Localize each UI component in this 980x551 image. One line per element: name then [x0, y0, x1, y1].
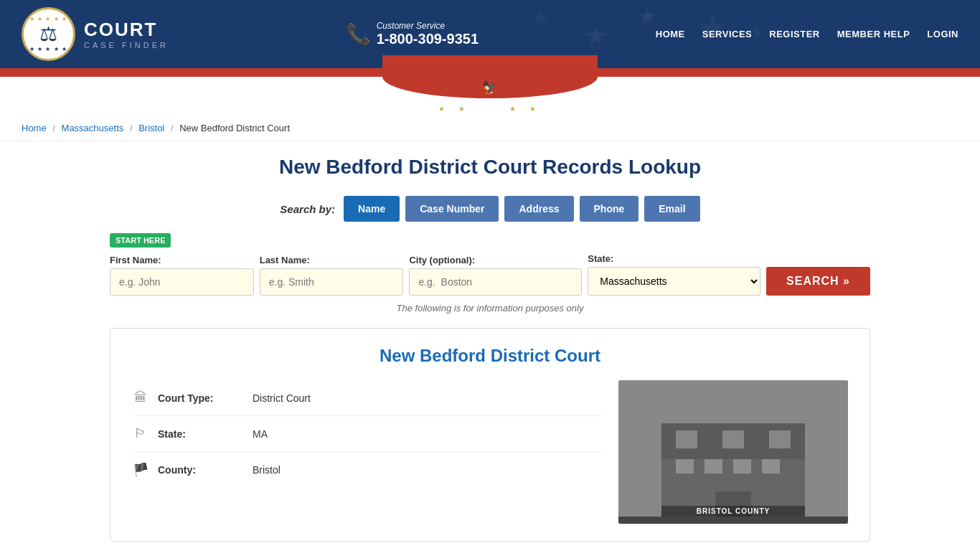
- tab-address[interactable]: Address: [504, 196, 573, 222]
- nav-register[interactable]: REGISTER: [769, 29, 819, 39]
- last-name-field: Last Name:: [260, 255, 404, 296]
- logo-text: COURT CASE FINDER: [84, 19, 169, 50]
- court-image-placeholder: BRISTOL COUNTY: [618, 380, 848, 524]
- court-card: New Bedford District Court 🏛 Court Type:…: [110, 328, 870, 542]
- city-input[interactable]: [409, 268, 582, 296]
- city-field: City (optional):: [409, 255, 582, 296]
- nav-login[interactable]: LOGIN: [927, 29, 958, 39]
- svg-rect-9: [762, 459, 780, 474]
- breadcrumb-sep-3: /: [171, 123, 174, 133]
- search-form: First Name: Last Name: City (optional): …: [110, 253, 870, 296]
- state-field: State: AlabamaAlaskaArizonaArkansas Cali…: [588, 253, 760, 296]
- phone-icon: 📞: [346, 22, 371, 46]
- phone-number: 1-800-309-9351: [377, 31, 479, 47]
- court-details: 🏛 Court Type: District Court 🏳 State: MA…: [132, 380, 848, 524]
- phone-area: 📞 Customer Service 1-800-309-9351: [346, 21, 479, 47]
- start-here-badge: START HERE: [110, 233, 171, 248]
- svg-rect-11: [618, 517, 848, 524]
- svg-rect-6: [676, 459, 694, 474]
- main-content: New Bedford District Court Records Looku…: [95, 141, 885, 551]
- nav-member-help[interactable]: MEMBER HELP: [837, 29, 910, 39]
- state-row: 🏳 State: MA: [132, 416, 604, 452]
- logo-sub-title: CASE FINDER: [84, 41, 169, 50]
- page-title: New Bedford District Court Records Looku…: [110, 156, 870, 179]
- breadcrumb-massachusetts[interactable]: Massachusetts: [62, 123, 124, 133]
- last-name-input[interactable]: [260, 268, 404, 296]
- tab-phone[interactable]: Phone: [580, 196, 639, 222]
- tab-name[interactable]: Name: [344, 196, 400, 222]
- county-row: 🏴 County: Bristol: [132, 452, 604, 488]
- first-name-field: First Name:: [110, 255, 254, 296]
- nav-services[interactable]: SERVICES: [702, 29, 753, 39]
- court-details-left: 🏛 Court Type: District Court 🏳 State: MA…: [132, 380, 604, 524]
- first-name-input[interactable]: [110, 268, 254, 296]
- logo-area: ★ ★ ★ ★ ★ ⚖ ★ ★ ★ ★ ★ COURT CASE FINDER: [22, 7, 169, 61]
- court-type-label: Court Type:: [158, 392, 244, 404]
- tab-email[interactable]: Email: [644, 196, 699, 222]
- svg-rect-5: [769, 430, 791, 448]
- state-icon: 🏳: [132, 426, 149, 441]
- city-label: City (optional):: [409, 255, 582, 265]
- court-card-title: New Bedford District Court: [132, 346, 848, 366]
- state-label: State:: [588, 253, 760, 264]
- breadcrumb-bristol[interactable]: Bristol: [138, 123, 164, 133]
- logo-stars: ★ ★ ★ ★ ★: [29, 16, 67, 22]
- nav-home[interactable]: HOME: [656, 29, 685, 39]
- last-name-label: Last Name:: [260, 255, 404, 265]
- state-select[interactable]: AlabamaAlaskaArizonaArkansas CaliforniaC…: [588, 267, 760, 296]
- state-value: MA: [253, 428, 268, 440]
- breadcrumb-current: New Bedford District Court: [179, 123, 290, 133]
- svg-rect-7: [705, 459, 722, 474]
- search-by-row: Search by: Name Case Number Address Phon…: [110, 196, 870, 222]
- search-by-label: Search by:: [280, 203, 335, 215]
- county-icon: 🏴: [132, 462, 149, 478]
- breadcrumb-sep-2: /: [130, 123, 133, 133]
- tab-case-number[interactable]: Case Number: [405, 196, 499, 222]
- svg-rect-4: [722, 430, 744, 448]
- ribbon-bar: 🦅: [0, 68, 980, 77]
- state-label-detail: State:: [158, 428, 244, 440]
- court-type-value: District Court: [253, 392, 311, 404]
- breadcrumb-sep-1: /: [52, 123, 55, 133]
- court-type-icon: 🏛: [132, 390, 149, 405]
- ribbon-stars: ★ ★ ★ ★: [438, 105, 541, 113]
- logo-circle: ★ ★ ★ ★ ★ ⚖ ★ ★ ★ ★ ★: [22, 7, 75, 61]
- svg-rect-8: [733, 459, 751, 474]
- customer-service-label: Customer Service: [377, 21, 479, 31]
- county-value: Bristol: [253, 464, 281, 476]
- court-image: BRISTOL COUNTY: [618, 380, 848, 524]
- breadcrumb-home[interactable]: Home: [22, 123, 47, 133]
- breadcrumb: Home / Massachusetts / Bristol / New Bed…: [0, 116, 980, 141]
- court-type-row: 🏛 Court Type: District Court: [132, 380, 604, 416]
- ribbon-curve: 🦅: [382, 55, 598, 98]
- logo-court-title: COURT: [84, 19, 169, 41]
- search-button[interactable]: SEARCH »: [766, 267, 870, 296]
- first-name-label: First Name:: [110, 255, 254, 265]
- info-note: The following is for information purpose…: [110, 303, 870, 314]
- county-label: County:: [158, 464, 244, 476]
- svg-text:BRISTOL COUNTY: BRISTOL COUNTY: [697, 507, 771, 515]
- eagle-icon: 🦅: [482, 80, 498, 95]
- svg-rect-3: [676, 430, 697, 448]
- main-nav: HOME SERVICES REGISTER MEMBER HELP LOGIN: [656, 29, 958, 39]
